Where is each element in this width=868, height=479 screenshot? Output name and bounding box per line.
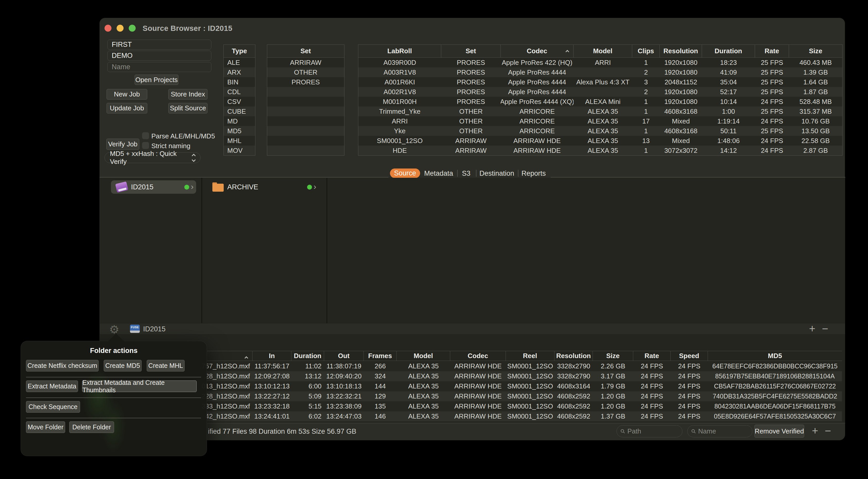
tab-s3[interactable]: S3	[462, 169, 470, 178]
create-mhl-button[interactable]: Create MHL	[147, 360, 185, 372]
column-md5[interactable]: MD5	[708, 351, 842, 361]
name-search-input[interactable]	[698, 427, 749, 435]
zoom-window-button[interactable]	[129, 25, 136, 32]
store-index-button[interactable]: Store Index	[168, 89, 208, 100]
verify-mode-dropdown[interactable]: MD5 + xxHash : Quick Verify	[104, 152, 200, 163]
minimize-window-button[interactable]	[117, 25, 124, 32]
tab-source[interactable]: Source	[390, 168, 420, 178]
tab-metadata[interactable]: Metadata	[424, 169, 453, 178]
remove-clip-button[interactable]: −	[825, 425, 831, 437]
set-list-item[interactable]	[267, 126, 344, 136]
column-clips[interactable]: Clips	[632, 45, 660, 57]
source-table-row[interactable]: M001R00HPRORES Apple ProRes 4444 (XQ)ALE…	[358, 97, 842, 106]
tab-destination[interactable]: Destination	[479, 169, 514, 178]
type-list-item[interactable]: MD5	[224, 126, 255, 136]
column-codec[interactable]: Codec	[501, 45, 574, 57]
add-clip-button[interactable]: +	[812, 425, 818, 437]
set-list-item[interactable]	[267, 106, 344, 116]
clip-row[interactable]: 228_h12SO.mxf13:22:27:12 5:0913:22:32:21…	[102, 391, 842, 401]
new-job-button[interactable]: New Job	[106, 89, 147, 100]
path-search-input[interactable]	[627, 427, 679, 435]
browser-item-archive[interactable]: ARCHIVE	[212, 180, 320, 194]
column-reel[interactable]: Reel	[506, 351, 555, 361]
update-job-button[interactable]: Update Job	[106, 103, 147, 114]
type-list-item[interactable]: MD	[224, 116, 255, 126]
column-size[interactable]: Size	[789, 45, 842, 57]
source-rolls-table: LabRoll Set Codec Model Clips Resolution…	[358, 44, 842, 156]
column-set[interactable]: Set	[441, 45, 501, 57]
column-rate[interactable]: Rate	[633, 351, 671, 361]
source-table-row[interactable]: A001R6KIPRORES Apple ProRes 4444Alexa Pl…	[358, 77, 842, 87]
column-model[interactable]: Model	[574, 45, 632, 57]
source-table-row[interactable]: ARRIOTHER ARRICOREALEXA 35 17Mixed 1:19:…	[358, 116, 842, 126]
close-window-button[interactable]	[104, 25, 112, 32]
name-field[interactable]	[107, 62, 211, 72]
clip-row[interactable]: 42_h12SO.mxf13:24:41:01 6:0213:24:47:03 …	[102, 411, 842, 421]
column-resolution[interactable]: Resolution	[660, 45, 702, 57]
type-list-item[interactable]: ARX	[224, 67, 255, 77]
type-list-item[interactable]: BIN	[224, 77, 255, 87]
type-list-item[interactable]: MOV	[224, 146, 255, 155]
column-labroll[interactable]: LabRoll	[358, 45, 441, 57]
source-table-row[interactable]: A003R1V8PRORES Apple ProRes 4444 21920x1…	[358, 67, 842, 77]
column-size[interactable]: Size	[593, 351, 633, 361]
split-source-button[interactable]: Split Source	[168, 103, 208, 114]
name-search-field[interactable]	[687, 425, 752, 437]
set-list-item[interactable]	[267, 116, 344, 126]
source-table-row[interactable]: A002R1V8PRORES Apple ProRes 4444 21920x1…	[358, 87, 842, 97]
clip-row[interactable]: .28_h12SO.mxf12:09:27:08 13:1212:09:40:2…	[102, 371, 842, 381]
verify-mode-value: MD5 + xxHash : Quick Verify	[110, 150, 192, 166]
source-table-row[interactable]: HDEARRIRAW ARRIRAW HDEALEXA 35 13072x307…	[358, 146, 842, 155]
path-search-field[interactable]	[617, 425, 682, 437]
column-speed[interactable]: Speed	[671, 351, 708, 361]
type-list-item[interactable]: MHL	[224, 136, 255, 146]
column-frames[interactable]: Frames	[364, 351, 397, 361]
source-table-row[interactable]: YkeOTHER ARRICOREALEXA 35 14608x3168 50:…	[358, 126, 842, 136]
tabbar-divider-left	[100, 177, 389, 178]
source-table-row[interactable]: Trimmed_YkeOTHER ARRICOREALEXA 35 14608x…	[358, 106, 842, 116]
set-list-item[interactable]	[267, 97, 344, 106]
set-list-item[interactable]	[267, 146, 344, 155]
set-list-item[interactable]	[267, 136, 344, 146]
remove-verified-button[interactable]: Remove Verified	[754, 425, 804, 438]
tab-reports[interactable]: Reports	[522, 169, 546, 178]
type-list-item[interactable]: CSV	[224, 97, 255, 106]
strict-naming-checkbox[interactable]	[142, 142, 149, 149]
source-table-row[interactable]: SM0001_12SOARRIRAW ARRIRAW HDEALEXA 35 1…	[358, 136, 842, 146]
browser-item-id2015[interactable]: ID2015 ›	[111, 180, 196, 194]
type-list-item[interactable]: CDL	[224, 87, 255, 97]
column-out[interactable]: Out	[324, 351, 364, 361]
archive-label: ARCHIVE	[227, 183, 258, 191]
add-folder-button[interactable]: +	[809, 323, 815, 335]
move-folder-button[interactable]: Move Folder	[26, 421, 65, 433]
project-field[interactable]	[107, 40, 211, 50]
column-model[interactable]: Model	[397, 351, 450, 361]
source-table-row[interactable]: A039R00DPRORES Apple ProRes 422 (HQ)ARRI…	[358, 58, 842, 67]
type-list-item[interactable]: ALE	[224, 58, 255, 67]
create-netflix-checksum-button[interactable]: Create Netflix checksum	[26, 360, 99, 372]
remove-folder-button[interactable]: −	[822, 323, 828, 335]
create-md5-button[interactable]: Create MD5	[104, 360, 142, 372]
set-list-item[interactable]: PRORES	[267, 77, 344, 87]
parse-ale-mhl-md5-checkbox[interactable]	[142, 132, 149, 139]
column-in[interactable]: In	[252, 351, 291, 361]
set-list-item[interactable]	[267, 87, 344, 97]
demo-field[interactable]	[107, 51, 211, 61]
column-duration[interactable]: Duration	[291, 351, 324, 361]
extract-metadata-button[interactable]: Extract Metadata	[26, 381, 78, 392]
open-projects-button[interactable]: Open Projects	[135, 74, 178, 85]
column-rate[interactable]: Rate	[755, 45, 789, 57]
column-duration[interactable]: Duration	[702, 45, 755, 57]
check-sequence-button[interactable]: Check Sequence	[26, 401, 80, 413]
column-resolution[interactable]: Resolution	[555, 351, 593, 361]
clip-row[interactable]: 013_h12SO.mxf13:10:12:13 6:0013:10:18:13…	[102, 381, 842, 391]
verify-job-button[interactable]: Verify Job	[106, 139, 139, 150]
clip-row[interactable]: .757_h12SO.mxf11:37:56:17 11:0211:38:07:…	[102, 361, 842, 371]
clip-row[interactable]: 333_h12SO.mxf13:23:32:18 5:1513:23:38:09…	[102, 401, 842, 411]
set-list-item[interactable]: OTHER	[267, 67, 344, 77]
type-list-item[interactable]: CUBE	[224, 106, 255, 116]
set-list-item[interactable]: ARRIRAW	[267, 58, 344, 67]
extract-metadata-thumbnails-button[interactable]: Extract Metadata and Create Thumbnails	[82, 381, 197, 392]
column-codec[interactable]: Codec	[450, 351, 506, 361]
delete-folder-button[interactable]: Delete Folder	[69, 421, 114, 433]
